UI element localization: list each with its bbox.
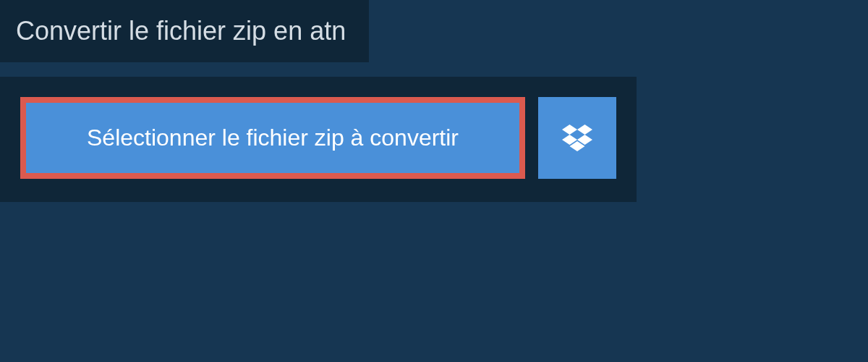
title-tab: Convertir le fichier zip en atn bbox=[0, 0, 369, 62]
dropbox-button[interactable] bbox=[538, 97, 616, 179]
select-file-button[interactable]: Sélectionner le fichier zip à convertir bbox=[20, 97, 525, 179]
upload-panel: Sélectionner le fichier zip à convertir bbox=[0, 77, 637, 202]
page-title: Convertir le fichier zip en atn bbox=[16, 16, 346, 46]
dropbox-icon bbox=[562, 125, 592, 152]
select-file-button-label: Sélectionner le fichier zip à convertir bbox=[87, 125, 459, 151]
